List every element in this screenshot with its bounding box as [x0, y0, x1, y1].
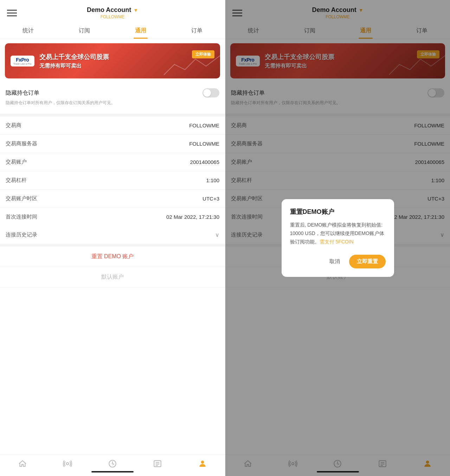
svg-point-3: [66, 463, 69, 465]
info-value: 1:100: [206, 177, 219, 183]
info-value: UTC+3: [202, 196, 219, 202]
bottom-nav-person[interactable]: [180, 455, 225, 471]
account-arrow-icon: ▼: [133, 7, 138, 13]
toggle-description: 隐藏持仓订单对所有用户，仅限存在订阅关系的用户可见。: [6, 100, 219, 106]
banner-text: 交易上千支全球公司股票 无需持有即可卖出: [39, 53, 109, 69]
account-name: Demo Account: [87, 6, 131, 14]
default-account-button[interactable]: 默认账户: [0, 267, 225, 287]
expand-arrow-icon: ∨: [215, 231, 219, 238]
info-key: 交易杠杆: [6, 177, 27, 184]
section-divider: [0, 114, 225, 116]
hide-orders-toggle[interactable]: [202, 88, 219, 97]
dialog-body: 重置后, DEMO账户模拟金将恢复到初始值: 10000 USD，您可以继续使用…: [290, 221, 386, 246]
info-row: 首次连接时间 02 Mar 2022, 17:21:30: [0, 208, 225, 226]
info-value: 02 Mar 2022, 17:21:30: [166, 214, 219, 220]
header-subtitle: FOLLOWME: [101, 14, 125, 19]
bottom-nav: [0, 455, 225, 476]
bottom-nav-list[interactable]: [135, 455, 180, 471]
tab-统计[interactable]: 统计: [0, 23, 56, 39]
dialog-highlight: 需支付 5FCOIN: [320, 239, 354, 245]
toggle-knob: [203, 89, 211, 97]
menu-icon[interactable]: [7, 9, 17, 17]
bottom-nav-signal[interactable]: [45, 455, 90, 471]
info-row: 交易账户时区 UTC+3: [0, 190, 225, 208]
info-key: 交易商: [6, 122, 21, 129]
info-row: 交易账户 2001400065: [0, 153, 225, 171]
info-value: FOLLOWME: [189, 122, 219, 128]
header-title-group: Demo Account ▼ FOLLOWME: [87, 6, 138, 19]
info-value: 2001400065: [190, 159, 219, 165]
connection-history-row[interactable]: 连接历史记录 ∨: [0, 226, 225, 244]
bottom-nav-home[interactable]: [0, 455, 45, 471]
info-row: 交易商 FOLLOWME: [0, 116, 225, 135]
info-key: 交易账户时区: [6, 195, 37, 202]
info-key: 交易商服务器: [6, 140, 37, 147]
banner-logo-top: FxPro: [16, 57, 29, 63]
tab-通用[interactable]: 通用: [112, 23, 169, 39]
header-account[interactable]: Demo Account ▼: [87, 6, 138, 14]
nav-tabs: 统计 订阅 通用 订单: [0, 23, 225, 39]
reset-demo-label: 重置 DEMO 账户: [91, 253, 134, 260]
panel-right: Demo Account ▼ FOLLOWME 统计 订阅 通用 订单 FxPr…: [225, 0, 450, 476]
section-divider-2: [0, 244, 225, 247]
dialog-overlay: 重置DEMO账户 重置后, DEMO账户模拟金将恢复到初始值: 10000 US…: [225, 0, 450, 476]
bottom-nav-chart[interactable]: [90, 455, 135, 471]
banner-logo-bottom: Trade Like a Pro: [13, 63, 32, 65]
tab-订阅[interactable]: 订阅: [56, 23, 112, 39]
tab-订单[interactable]: 订单: [169, 23, 225, 39]
list-icon: [153, 459, 162, 468]
banner-subtitle: 无需持有即可卖出: [39, 63, 109, 69]
chart-icon: [108, 459, 117, 468]
dialog-actions: 取消 立即重置: [290, 255, 386, 268]
bottom-nav-items: [0, 455, 225, 471]
reset-demo-button[interactable]: 重置 DEMO 账户: [0, 247, 225, 267]
person-icon: [198, 459, 207, 468]
reset-dialog: 重置DEMO账户 重置后, DEMO账户模拟金将恢复到初始值: 10000 US…: [282, 199, 394, 277]
info-value: FOLLOWME: [189, 141, 219, 147]
header-top: Demo Account ▼ FOLLOWME: [7, 6, 218, 19]
toggle-label: 隐藏持仓订单: [6, 89, 39, 97]
dialog-title: 重置DEMO账户: [290, 208, 386, 216]
signal-icon: [63, 459, 72, 468]
info-key: 首次连接时间: [6, 214, 37, 220]
info-key: 交易账户: [6, 159, 27, 165]
toggle-row: 隐藏持仓订单: [6, 88, 219, 97]
info-section: 交易商 FOLLOWME 交易商服务器 FOLLOWME 交易账户 200140…: [0, 116, 225, 226]
banner-logo: FxPro Trade Like a Pro: [11, 56, 34, 66]
dialog-cancel-button[interactable]: 取消: [325, 255, 344, 268]
info-row: 交易杠杆 1:100: [0, 171, 225, 190]
home-icon: [18, 459, 27, 468]
banner: FxPro Trade Like a Pro 交易上千支全球公司股票 无需持有即…: [5, 43, 220, 78]
panel-left: Demo Account ▼ FOLLOWME 统计 订阅 通用 订单 FxPr…: [0, 0, 225, 476]
connection-history-label: 连接历史记录: [6, 231, 37, 238]
banner-title: 交易上千支全球公司股票: [39, 53, 109, 61]
default-account-label: 默认账户: [101, 273, 124, 281]
info-row: 交易商服务器 FOLLOWME: [0, 135, 225, 153]
svg-point-9: [201, 461, 204, 464]
home-indicator: [91, 471, 134, 472]
dialog-confirm-button[interactable]: 立即重置: [349, 255, 386, 268]
header: Demo Account ▼ FOLLOWME: [0, 0, 225, 23]
toggle-section: 隐藏持仓订单 隐藏持仓订单对所有用户，仅限存在订阅关系的用户可见。: [0, 83, 225, 111]
